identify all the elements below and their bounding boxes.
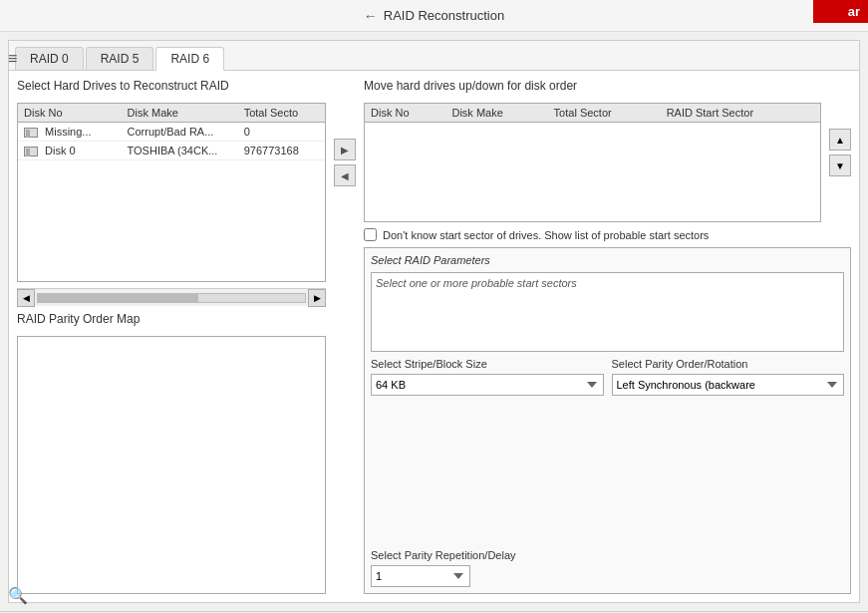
total-sector-cell: 0: [238, 123, 325, 142]
tab-raid0[interactable]: RAID 0: [15, 47, 84, 70]
raid-params-title: Select RAID Parameters: [371, 254, 844, 266]
move-left-button[interactable]: ◀: [334, 164, 356, 186]
dialog-title: RAID Reconstruction: [384, 8, 504, 23]
move-up-button[interactable]: ▲: [829, 129, 851, 151]
right-top-section: Disk No Disk Make Total Sector RAID Star…: [364, 103, 851, 222]
disk-table: Disk No Disk Make Total Secto Missing...…: [17, 103, 326, 282]
left-panel: Select Hard Drives to Reconstruct RAID D…: [17, 79, 326, 594]
search-icon[interactable]: 🔍: [8, 586, 28, 605]
order-col-total-sector: Total Sector: [548, 104, 661, 123]
stripe-block-group: Select Stripe/Block Size 64 KB 128 KB 25…: [371, 358, 604, 396]
scroll-right-btn[interactable]: ▶: [308, 289, 326, 307]
probable-sectors-label[interactable]: Don't know start sector of drives. Show …: [383, 229, 709, 241]
disk-no-cell: Disk 0: [45, 145, 76, 156]
probable-sectors-checkbox[interactable]: [364, 228, 377, 241]
disk-no-cell: Missing...: [45, 126, 91, 138]
stripe-block-select[interactable]: 64 KB 128 KB 256 KB 512 KB 1 MB: [371, 374, 604, 396]
content-area: Select Hard Drives to Reconstruct RAID D…: [9, 71, 859, 602]
disk-make-cell: TOSHIBA (34CK...: [122, 142, 238, 160]
tab-bar: RAID 0 RAID 5 RAID 6: [9, 41, 859, 71]
checkbox-row: Don't know start sector of drives. Show …: [364, 228, 851, 241]
order-col-disk-no: Disk No: [365, 104, 445, 123]
col-disk-make: Disk Make: [122, 104, 238, 123]
disk-order-table: Disk No Disk Make Total Sector RAID Star…: [364, 103, 821, 222]
middle-arrows: ▶ ◀: [334, 79, 356, 594]
right-panel: Move hard drives up/down for disk order …: [364, 79, 851, 594]
parity-rep-label: Select Parity Repetition/Delay: [371, 549, 844, 561]
disk-make-cell: Corrupt/Bad RA...: [122, 123, 238, 142]
up-down-buttons: ▲ ▼: [829, 103, 851, 222]
parity-map-area: [17, 336, 326, 594]
parity-order-label: Select Parity Order/Rotation: [612, 358, 845, 370]
tab-raid5[interactable]: RAID 5: [86, 47, 154, 70]
total-sector-cell: 976773168: [238, 142, 325, 160]
scrollbar-track[interactable]: [37, 293, 306, 303]
disk-icon: [24, 147, 38, 156]
probable-sectors-box: Select one or more probable start sector…: [371, 272, 844, 352]
raid-params-panel: Select RAID Parameters Select one or mor…: [364, 247, 851, 594]
parity-rep-row: Select Parity Repetition/Delay 1 2 3 4: [371, 549, 844, 587]
menu-icon[interactable]: ≡: [8, 50, 17, 68]
parity-map-label: RAID Parity Order Map: [17, 312, 326, 326]
table-row[interactable]: Disk 0 TOSHIBA (34CK... 976773168: [18, 142, 325, 160]
param-row-1: Select Stripe/Block Size 64 KB 128 KB 25…: [371, 358, 844, 396]
parity-rep-select[interactable]: 1 2 3 4: [371, 565, 470, 587]
col-disk-no: Disk No: [18, 104, 122, 123]
title-bar: ← RAID Reconstruction ✕: [0, 0, 868, 32]
tab-raid6[interactable]: RAID 6: [155, 47, 224, 71]
col-total-sector: Total Secto: [238, 104, 325, 123]
select-drives-label: Select Hard Drives to Reconstruct RAID: [17, 79, 326, 93]
disk-icon: [24, 128, 38, 138]
move-drives-label: Move hard drives up/down for disk order: [364, 79, 851, 93]
stellar-brand: ■■■ ar: [813, 0, 868, 23]
brand-label: ar: [848, 4, 860, 19]
stripe-block-label: Select Stripe/Block Size: [371, 358, 604, 370]
back-icon[interactable]: ←: [364, 8, 378, 24]
title-bar-content: ← RAID Reconstruction: [32, 8, 836, 24]
table-row[interactable]: Missing... Corrupt/Bad RA... 0: [18, 123, 325, 142]
move-right-button[interactable]: ▶: [334, 139, 356, 160]
order-col-raid-start: RAID Start Sector: [661, 104, 820, 123]
move-down-button[interactable]: ▼: [829, 154, 851, 176]
scroll-left-btn[interactable]: ◀: [17, 289, 35, 307]
order-col-disk-make: Disk Make: [445, 104, 547, 123]
parity-order-group: Select Parity Order/Rotation Left Synchr…: [612, 358, 845, 396]
parity-order-select[interactable]: Left Synchronous (backware Left Synchron…: [612, 374, 845, 396]
horizontal-scrollbar[interactable]: ◀ ▶: [17, 288, 326, 306]
main-container: RAID 0 RAID 5 RAID 6 Select Hard Drives …: [8, 40, 860, 603]
brand-text: ■■■: [821, 4, 848, 19]
